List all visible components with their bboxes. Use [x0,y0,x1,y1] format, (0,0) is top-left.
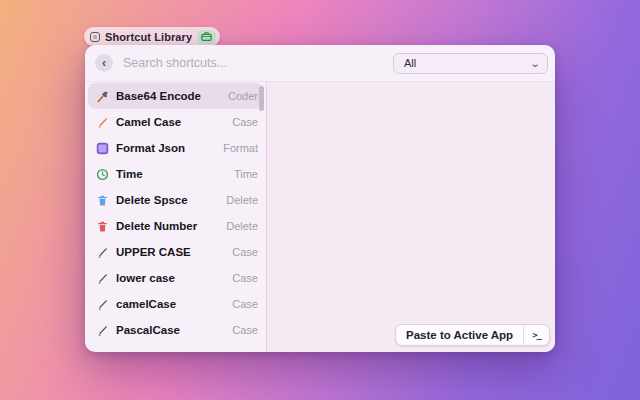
shortcut-name: Time [116,168,227,180]
shortcut-name: camelCase [116,298,225,310]
list-item[interactable]: Time Time [85,161,266,187]
shortcut-category: Case [232,298,258,310]
shortcut-category: Coder [228,90,258,102]
shortcut-category: Delete [226,220,258,232]
search-input[interactable] [113,56,393,70]
paste-button-label: Paste to Active App [396,329,523,341]
shortcut-category: Case [232,116,258,128]
app-title: Shortcut Library [105,31,192,43]
shortcut-name: snake_case [116,350,225,352]
shortcut-category: Case [232,324,258,336]
list-item[interactable]: Delete Spsce Delete [85,187,266,213]
shortcut-category: Case [232,350,258,352]
shortcut-category: Delete [226,194,258,206]
list-item[interactable]: UPPER CASE Case [85,239,266,265]
scrollbar-thumb[interactable] [259,86,264,111]
hammer-icon [95,89,109,103]
chevron-left-icon: ‹ [102,57,106,69]
desktop-background: Shortcut Library ‹ All ⌄ [0,0,640,400]
pencil-icon [95,323,109,337]
chevron-down-icon: ⌄ [529,58,541,69]
clock-icon [95,167,109,181]
shortcut-category: Case [232,246,258,258]
json-square-icon [95,141,109,155]
shortcut-list: Base64 Encode Coder Camel Case Case [85,82,266,352]
detail-panel: Paste to Active App >_ [267,82,555,352]
shortcut-name: lower case [116,272,225,284]
back-button[interactable]: ‹ [95,54,113,72]
list-item[interactable]: Camel Case Case [85,109,266,135]
list-item[interactable]: snake_case Case [85,343,266,352]
shortcut-name: UPPER CASE [116,246,225,258]
list-item[interactable]: PascalCase Case [85,317,266,343]
shortcut-name: Camel Case [116,116,225,128]
filter-dropdown[interactable]: All ⌄ [393,53,548,74]
list-item[interactable]: camelCase Case [85,291,266,317]
pencil-icon [95,245,109,259]
shortcut-name: PascalCase [116,324,225,336]
shortcut-name: Base64 Encode [116,90,221,102]
trash-red-icon [95,219,109,233]
pencil-orange-icon [95,115,109,129]
terminal-prompt-icon: >_ [524,330,549,340]
list-item[interactable]: Base64 Encode Coder [88,83,263,109]
list-item[interactable]: Format Json Format [85,135,266,161]
shortcut-category: Format [223,142,258,154]
pencil-icon [95,271,109,285]
briefcase-badge[interactable] [197,30,216,44]
briefcase-icon [201,32,212,41]
paste-to-active-app-button[interactable]: Paste to Active App >_ [395,324,550,346]
shortcut-name: Delete Number [116,220,219,232]
shortcut-name: Format Json [116,142,216,154]
toolbar: ‹ All ⌄ [85,45,555,82]
pencil-icon [95,349,109,352]
pencil-icon [95,297,109,311]
shortcut-category: Case [232,272,258,284]
trash-blue-icon [95,193,109,207]
list-item[interactable]: lower case Case [85,265,266,291]
app-title-pill[interactable]: Shortcut Library [84,27,220,46]
shortcut-library-window: ‹ All ⌄ Base64 Encode Coder [85,45,555,352]
window-content: Base64 Encode Coder Camel Case Case [85,82,555,352]
shortcut-name: Delete Spsce [116,194,219,206]
filter-value: All [404,57,531,69]
list-item[interactable]: Delete Number Delete [85,213,266,239]
shortcut-category: Time [234,168,258,180]
app-window-icon [90,32,100,42]
